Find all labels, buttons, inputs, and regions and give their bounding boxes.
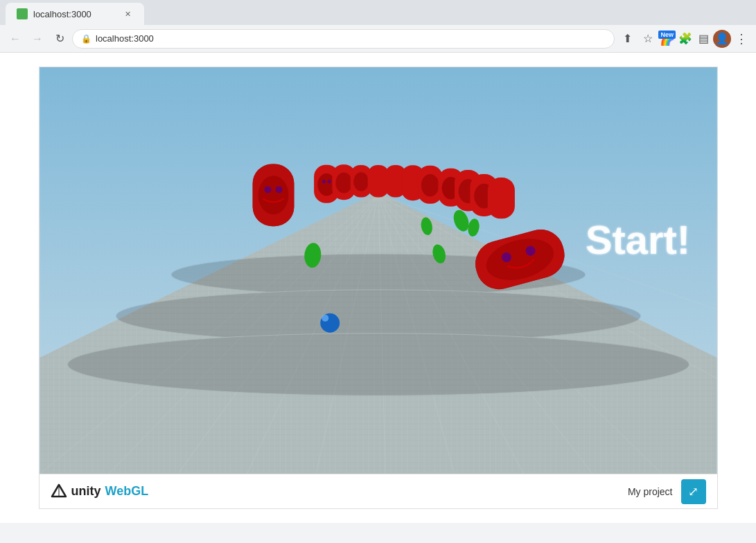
tab-bar: localhost:3000 ✕ (0, 0, 756, 25)
back-button[interactable]: ← (6, 29, 25, 49)
unity-logo: unity WebGL (51, 483, 149, 500)
tab-close-button[interactable]: ✕ (122, 8, 133, 19)
address-bar[interactable]: 🔒 localhost:3000 (72, 29, 615, 49)
new-badge: New (658, 31, 676, 39)
svg-text:Start!: Start! (585, 218, 689, 262)
bookmark-button[interactable]: ☆ (638, 29, 658, 49)
extensions-button[interactable]: 🧩 (677, 31, 694, 47)
footer-bar: unity WebGL My project ⤢ (39, 474, 718, 509)
unity-icon (51, 483, 67, 500)
svg-point-23 (264, 186, 271, 193)
webgl-text: WebGL (105, 484, 149, 499)
nav-actions: ⬆ ☆ 🌈 New 🧩 ▤ 👤 ⋮ (617, 29, 750, 49)
browser-chrome: localhost:3000 ✕ ← → ↻ 🔒 localhost:3000 … (0, 0, 756, 523)
profile-avatar[interactable]: 👤 (713, 30, 731, 48)
svg-point-27 (322, 180, 325, 183)
svg-point-30 (335, 173, 352, 193)
svg-point-19 (67, 334, 689, 396)
unity-text: unity (71, 484, 101, 499)
svg-point-24 (275, 186, 282, 193)
fullscreen-button[interactable]: ⤢ (681, 479, 706, 504)
refresh-button[interactable]: ↻ (50, 29, 69, 49)
share-button[interactable]: ⬆ (617, 29, 637, 49)
svg-point-32 (353, 172, 369, 191)
game-container[interactable]: Start! Start! (39, 67, 718, 474)
svg-point-28 (327, 180, 331, 183)
footer-right: My project ⤢ (628, 479, 706, 504)
page-content: Start! Start! unity WebGL My project (0, 53, 756, 523)
tab-title: localhost:3000 (33, 9, 91, 19)
nav-bar: ← → ↻ 🔒 localhost:3000 ⬆ ☆ 🌈 New 🧩 ▤ 👤 (0, 25, 756, 53)
svg-rect-44 (487, 178, 514, 218)
project-label: My project (628, 486, 673, 497)
game-canvas: Start! Start! (39, 67, 717, 474)
svg-point-37 (421, 174, 439, 196)
tab-favicon (17, 8, 28, 19)
game-scene-svg: Start! Start! (39, 67, 717, 474)
sidebar-button[interactable]: ▤ (695, 31, 712, 47)
svg-point-22 (258, 175, 288, 214)
active-tab[interactable]: localhost:3000 ✕ (6, 3, 144, 25)
rainbow-extension-icon[interactable]: 🌈 New (659, 31, 676, 47)
svg-point-56 (322, 315, 328, 322)
url-text: localhost:3000 (96, 33, 154, 44)
forward-button[interactable]: → (28, 29, 47, 49)
menu-button[interactable]: ⋮ (732, 30, 750, 48)
lock-icon: 🔒 (81, 34, 91, 44)
fullscreen-icon: ⤢ (688, 484, 698, 499)
